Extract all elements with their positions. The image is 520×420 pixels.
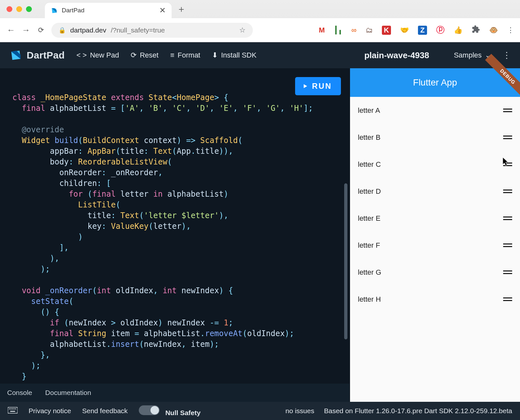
toggle-switch-icon[interactable] bbox=[139, 405, 160, 415]
list-item[interactable]: letter C bbox=[350, 151, 520, 178]
code-icon: < > bbox=[76, 51, 87, 59]
dartpad-logo[interactable]: DartPad bbox=[10, 49, 65, 61]
reorderable-list[interactable]: letter Aletter Bletter Cletter Dletter E… bbox=[350, 97, 520, 402]
bookmark-star-icon[interactable]: ☆ bbox=[239, 26, 246, 34]
gmail-ext-icon[interactable]: M bbox=[319, 26, 325, 34]
svg-rect-5 bbox=[9, 408, 10, 409]
main-split: RUN class _HomePageState extends State<H… bbox=[0, 68, 520, 402]
console-tab[interactable]: Console bbox=[7, 389, 32, 397]
extensions-tray: M ┃╻ ∞ 🗂 K 🤝 Z ⓟ 👍 🐵 ⋮ bbox=[319, 24, 514, 36]
play-icon bbox=[302, 83, 308, 89]
list-item[interactable]: letter D bbox=[350, 178, 520, 205]
null-safety-toggle[interactable]: Null Safety bbox=[139, 405, 201, 417]
drag-handle-icon[interactable] bbox=[503, 163, 512, 166]
address-bar[interactable]: 🔒 dartpad.dev/?null_safety=true ☆ bbox=[51, 23, 253, 38]
ext-icon[interactable]: 🗂 bbox=[366, 26, 373, 34]
svg-rect-7 bbox=[12, 408, 13, 409]
browser-chrome: DartPad ✕ ＋ ← → ⟳ 🔒 dartpad.dev/?null_sa… bbox=[0, 0, 520, 42]
sdk-version: Based on Flutter 1.26.0-17.6.pre Dart SD… bbox=[324, 407, 512, 415]
download-icon: ⬇ bbox=[212, 51, 218, 59]
svg-rect-6 bbox=[10, 408, 11, 409]
drag-handle-icon[interactable] bbox=[503, 136, 512, 139]
maximize-window-icon[interactable] bbox=[26, 6, 32, 12]
ext-icon[interactable]: K bbox=[382, 26, 391, 35]
install-sdk-button[interactable]: ⬇ Install SDK bbox=[212, 51, 256, 59]
more-menu-button[interactable]: ⋮ bbox=[502, 50, 510, 60]
svg-rect-4 bbox=[8, 407, 18, 413]
editor-pane: RUN class _HomePageState extends State<H… bbox=[0, 68, 349, 402]
code-editor[interactable]: class _HomePageState extends State<HomeP… bbox=[0, 92, 349, 384]
keyboard-icon[interactable] bbox=[8, 407, 18, 415]
ext-icon[interactable]: ∞ bbox=[351, 26, 357, 34]
url-path: /?null_safety=true bbox=[111, 26, 165, 34]
tab-title: DartPad bbox=[62, 7, 155, 14]
privacy-link[interactable]: Privacy notice bbox=[29, 407, 71, 415]
url-domain: dartpad.dev bbox=[70, 26, 106, 34]
flutter-appbar: Flutter App DEBUG bbox=[350, 68, 520, 97]
ext-icon[interactable]: 👍 bbox=[454, 26, 462, 34]
drag-handle-icon[interactable] bbox=[503, 109, 512, 112]
ext-icon[interactable]: Z bbox=[418, 26, 427, 35]
svg-rect-10 bbox=[10, 411, 15, 412]
list-item-label: letter A bbox=[358, 106, 380, 115]
back-button[interactable]: ← bbox=[6, 25, 16, 35]
forward-button[interactable]: → bbox=[21, 25, 31, 35]
run-label: RUN bbox=[312, 82, 332, 91]
svg-rect-9 bbox=[15, 408, 16, 409]
flutter-preview: Flutter App DEBUG letter Aletter Bletter… bbox=[349, 68, 520, 402]
browser-tab[interactable]: DartPad ✕ bbox=[45, 3, 172, 18]
samples-dropdown[interactable]: Samples ⌄ bbox=[454, 51, 491, 59]
ext-icon[interactable]: 🤝 bbox=[400, 26, 409, 34]
feedback-link[interactable]: Send feedback bbox=[82, 407, 128, 415]
list-item[interactable]: letter F bbox=[350, 232, 520, 259]
format-label: Format bbox=[178, 51, 201, 59]
dart-favicon-icon bbox=[51, 7, 57, 14]
list-item-label: letter B bbox=[358, 133, 381, 142]
issues-status[interactable]: no issues bbox=[285, 407, 314, 415]
list-item[interactable]: letter H bbox=[350, 286, 520, 313]
list-item-label: letter D bbox=[358, 187, 381, 196]
extensions-button[interactable] bbox=[472, 25, 480, 35]
install-sdk-label: Install SDK bbox=[221, 51, 256, 59]
drag-handle-icon[interactable] bbox=[503, 190, 512, 193]
list-item-label: letter H bbox=[358, 295, 381, 304]
browser-menu-button[interactable]: ⋮ bbox=[507, 26, 514, 34]
status-bar: Privacy notice Send feedback Null Safety… bbox=[0, 402, 520, 420]
drag-handle-icon[interactable] bbox=[503, 297, 512, 301]
dartpad-toolbar: DartPad < > New Pad ⟳ Reset ≡ Format ⬇ I… bbox=[0, 42, 520, 68]
reset-label: Reset bbox=[140, 51, 158, 59]
svg-rect-8 bbox=[14, 408, 15, 409]
reload-button[interactable]: ⟳ bbox=[36, 26, 46, 34]
list-item[interactable]: letter E bbox=[350, 205, 520, 232]
list-item[interactable]: letter G bbox=[350, 259, 520, 286]
drag-handle-icon[interactable] bbox=[503, 270, 512, 274]
drag-handle-icon[interactable] bbox=[503, 243, 512, 247]
ext-icon[interactable]: ┃╻ bbox=[334, 26, 342, 34]
list-item[interactable]: letter B bbox=[350, 124, 520, 151]
format-button[interactable]: ≡ Format bbox=[170, 51, 201, 59]
list-item-label: letter C bbox=[358, 160, 381, 169]
samples-label: Samples bbox=[454, 51, 482, 59]
tab-strip: DartPad ✕ ＋ bbox=[0, 0, 520, 18]
new-tab-button[interactable]: ＋ bbox=[175, 3, 188, 15]
window-controls[interactable] bbox=[6, 6, 32, 12]
ext-icon[interactable]: 🐵 bbox=[489, 26, 498, 34]
pinterest-ext-icon[interactable]: ⓟ bbox=[436, 24, 445, 36]
scrollbar-thumb[interactable] bbox=[344, 183, 347, 339]
output-tabs: Console Documentation bbox=[0, 384, 349, 402]
minimize-window-icon[interactable] bbox=[16, 6, 22, 12]
documentation-tab[interactable]: Documentation bbox=[45, 389, 91, 397]
new-pad-button[interactable]: < > New Pad bbox=[76, 51, 119, 59]
toolbar-row: ← → ⟳ 🔒 dartpad.dev/?null_safety=true ☆ … bbox=[0, 18, 520, 42]
list-item-label: letter F bbox=[358, 241, 380, 250]
drag-handle-icon[interactable] bbox=[503, 217, 512, 220]
reset-button[interactable]: ⟳ Reset bbox=[131, 51, 158, 59]
close-window-icon[interactable] bbox=[6, 6, 12, 12]
list-item-label: letter E bbox=[358, 214, 381, 223]
project-name: plain-wave-4938 bbox=[364, 50, 429, 60]
null-safety-label: Null Safety bbox=[165, 409, 201, 416]
dartpad-app: DartPad < > New Pad ⟳ Reset ≡ Format ⬇ I… bbox=[0, 42, 520, 420]
tab-close-icon[interactable]: ✕ bbox=[159, 6, 166, 15]
new-pad-label: New Pad bbox=[90, 51, 119, 59]
list-item[interactable]: letter A bbox=[350, 97, 520, 124]
